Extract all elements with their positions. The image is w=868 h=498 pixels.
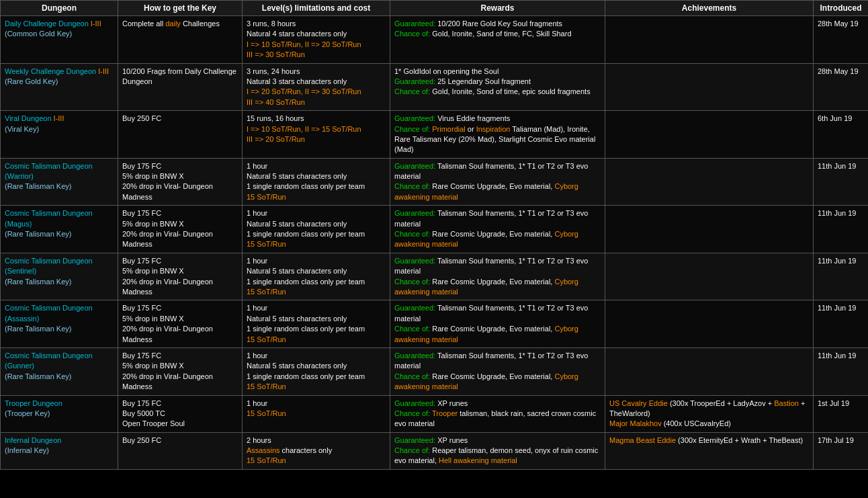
level-info: 3 runs, 24 hours Natural 3 stars charact… bbox=[243, 63, 390, 111]
achievements-info: US Cavalry Eddie (300x TrooperEd + LadyA… bbox=[605, 395, 814, 432]
achievements-info bbox=[605, 111, 814, 159]
header-dungeon: Dungeon bbox=[1, 1, 118, 16]
level-info: 2 hours Assassins characters only 15 SoT… bbox=[243, 432, 390, 469]
key-info: Buy 175 FC 5% drop in BNW X 20% drop in … bbox=[118, 253, 243, 300]
level-info: 1 hour Natural 5 stars characters only 1… bbox=[243, 300, 390, 348]
table-row: Cosmic Talisman Dungeon (Assassin) (Rare… bbox=[1, 300, 869, 348]
introduced-date: 28th May 19 bbox=[814, 63, 869, 111]
key-info: Buy 250 FC bbox=[118, 432, 243, 469]
table-row: Weekly Challenge Dungeon I-III (Rare Gol… bbox=[1, 63, 869, 111]
level-info: 1 hour Natural 5 stars characters only 1… bbox=[243, 253, 390, 300]
key-info: Buy 175 FC 5% drop in BNW X 20% drop in … bbox=[118, 158, 243, 206]
achievements-info: Magma Beast Eddie (300x EternityEd + Wra… bbox=[605, 432, 814, 469]
dungeon-name: Daily Challenge Dungeon I-III (Common Go… bbox=[1, 16, 118, 64]
rewards-info: Guaranteed: Talisman Soul framents, 1* T… bbox=[390, 347, 605, 395]
table-row: Cosmic Talisman Dungeon (Sentinel) (Rare… bbox=[1, 253, 869, 300]
dungeon-name: Cosmic Talisman Dungeon (Assassin) (Rare… bbox=[1, 300, 118, 348]
level-info: 1 hour Natural 5 stars characters only 1… bbox=[243, 206, 390, 253]
dungeon-name: Cosmic Talisman Dungeon (Magus) (Rare Ta… bbox=[1, 206, 118, 253]
header-rewards: Rewards bbox=[390, 1, 605, 16]
header-achievements: Achievements bbox=[605, 1, 814, 16]
achievements-info bbox=[605, 158, 814, 206]
key-info: Buy 250 FC bbox=[118, 111, 243, 159]
dungeon-name: Viral Dungeon I-III (Viral Key) bbox=[1, 111, 118, 159]
key-info: Buy 175 FC 5% drop in BNW X 20% drop in … bbox=[118, 347, 243, 395]
introduced-date: 11th Jun 19 bbox=[814, 158, 869, 206]
rewards-info: Guaranteed: Talisman Soul framents, 1* T… bbox=[390, 158, 605, 206]
key-info: Complete all daily Challenges bbox=[118, 16, 243, 64]
table-row: Viral Dungeon I-III (Viral Key) Buy 250 … bbox=[1, 111, 869, 159]
achievements-info bbox=[605, 206, 814, 253]
introduced-date: 1st Jul 19 bbox=[814, 395, 869, 432]
level-info: 1 hour 15 SoT/Run bbox=[243, 395, 390, 432]
introduced-date: 6th Jun 19 bbox=[814, 111, 869, 159]
rewards-info: Guaranteed: Virus Eddie fragments Chance… bbox=[390, 111, 605, 159]
introduced-date: 28th May 19 bbox=[814, 16, 869, 64]
rewards-info: Guaranteed: 10/200 Rare Gold Key Soul fr… bbox=[390, 16, 605, 64]
dungeon-name: Infernal Dungeon (Infernal Key) bbox=[1, 432, 118, 469]
rewards-info: Guaranteed: Talisman Soul framents, 1* T… bbox=[390, 206, 605, 253]
introduced-date: 11th Jun 19 bbox=[814, 206, 869, 253]
achievements-info bbox=[605, 16, 814, 64]
introduced-date: 11th Jun 19 bbox=[814, 253, 869, 300]
introduced-date: 11th Jun 19 bbox=[814, 347, 869, 395]
table-row: Cosmic Talisman Dungeon (Gunner) (Rare T… bbox=[1, 347, 869, 395]
achievements-info bbox=[605, 347, 814, 395]
key-info: Buy 175 FC 5% drop in BNW X 20% drop in … bbox=[118, 206, 243, 253]
header-key: How to get the Key bbox=[118, 1, 243, 16]
achievements-info bbox=[605, 253, 814, 300]
level-info: 1 hour Natural 5 stars characters only 1… bbox=[243, 347, 390, 395]
dungeon-name: Cosmic Talisman Dungeon (Warrior) (Rare … bbox=[1, 158, 118, 206]
dungeon-name: Cosmic Talisman Dungeon (Gunner) (Rare T… bbox=[1, 347, 118, 395]
rewards-info: Guaranteed: XP runes Chance of: Trooper … bbox=[390, 395, 605, 432]
level-info: 1 hour Natural 5 stars characters only 1… bbox=[243, 158, 390, 206]
rewards-info: Guaranteed: XP runes Chance of: Reaper t… bbox=[390, 432, 605, 469]
key-info: Buy 175 FC Buy 5000 TC Open Trooper Soul bbox=[118, 395, 243, 432]
introduced-date: 17th Jul 19 bbox=[814, 432, 869, 469]
table-row: Trooper Dungeon (Trooper Key) Buy 175 FC… bbox=[1, 395, 869, 432]
header-level: Level(s) limitations and cost bbox=[243, 1, 390, 16]
rewards-info: Guaranteed: Talisman Soul framents, 1* T… bbox=[390, 300, 605, 348]
table-row: Infernal Dungeon (Infernal Key) Buy 250 … bbox=[1, 432, 869, 469]
key-info: 10/200 Frags from Daily Challenge Dungeo… bbox=[118, 63, 243, 111]
dungeon-name: Cosmic Talisman Dungeon (Sentinel) (Rare… bbox=[1, 253, 118, 300]
dungeon-name: Weekly Challenge Dungeon I-III (Rare Gol… bbox=[1, 63, 118, 111]
key-info: Buy 175 FC 5% drop in BNW X 20% drop in … bbox=[118, 300, 243, 348]
level-info: 3 runs, 8 hours Natural 4 stars characte… bbox=[243, 16, 390, 64]
achievements-info bbox=[605, 300, 814, 348]
achievements-info bbox=[605, 63, 814, 111]
introduced-date: 11th Jun 19 bbox=[814, 300, 869, 348]
header-introduced: Introduced bbox=[814, 1, 869, 16]
table-row: Cosmic Talisman Dungeon (Warrior) (Rare … bbox=[1, 158, 869, 206]
rewards-info: Guaranteed: Talisman Soul framents, 1* T… bbox=[390, 253, 605, 300]
level-info: 15 runs, 16 hours I => 10 SoT/Run, II =>… bbox=[243, 111, 390, 159]
table-row: Daily Challenge Dungeon I-III (Common Go… bbox=[1, 16, 869, 64]
rewards-info: 1* GoldIdol on opening the Soul Guarante… bbox=[390, 63, 605, 111]
table-row: Cosmic Talisman Dungeon (Magus) (Rare Ta… bbox=[1, 206, 869, 253]
dungeon-name: Trooper Dungeon (Trooper Key) bbox=[1, 395, 118, 432]
